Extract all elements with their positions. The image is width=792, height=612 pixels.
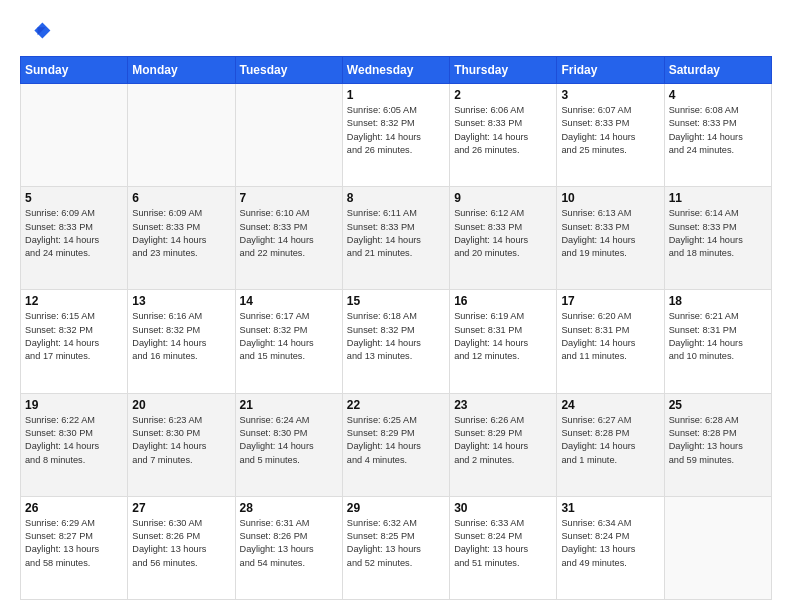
calendar-cell: 18Sunrise: 6:21 AM Sunset: 8:31 PM Dayli… (664, 290, 771, 393)
day-number: 21 (240, 398, 338, 412)
column-header-saturday: Saturday (664, 57, 771, 84)
calendar-cell (664, 496, 771, 599)
day-info: Sunrise: 6:30 AM Sunset: 8:26 PM Dayligh… (132, 517, 230, 570)
day-number: 19 (25, 398, 123, 412)
calendar-cell: 30Sunrise: 6:33 AM Sunset: 8:24 PM Dayli… (450, 496, 557, 599)
day-info: Sunrise: 6:10 AM Sunset: 8:33 PM Dayligh… (240, 207, 338, 260)
day-number: 4 (669, 88, 767, 102)
day-number: 10 (561, 191, 659, 205)
calendar-cell: 5Sunrise: 6:09 AM Sunset: 8:33 PM Daylig… (21, 187, 128, 290)
day-info: Sunrise: 6:16 AM Sunset: 8:32 PM Dayligh… (132, 310, 230, 363)
calendar-cell: 2Sunrise: 6:06 AM Sunset: 8:33 PM Daylig… (450, 84, 557, 187)
day-number: 16 (454, 294, 552, 308)
day-info: Sunrise: 6:07 AM Sunset: 8:33 PM Dayligh… (561, 104, 659, 157)
day-number: 14 (240, 294, 338, 308)
calendar-cell: 8Sunrise: 6:11 AM Sunset: 8:33 PM Daylig… (342, 187, 449, 290)
day-info: Sunrise: 6:20 AM Sunset: 8:31 PM Dayligh… (561, 310, 659, 363)
day-info: Sunrise: 6:06 AM Sunset: 8:33 PM Dayligh… (454, 104, 552, 157)
calendar-cell: 10Sunrise: 6:13 AM Sunset: 8:33 PM Dayli… (557, 187, 664, 290)
calendar-cell: 21Sunrise: 6:24 AM Sunset: 8:30 PM Dayli… (235, 393, 342, 496)
header (20, 16, 772, 48)
calendar-cell: 7Sunrise: 6:10 AM Sunset: 8:33 PM Daylig… (235, 187, 342, 290)
calendar-cell: 13Sunrise: 6:16 AM Sunset: 8:32 PM Dayli… (128, 290, 235, 393)
calendar-cell: 1Sunrise: 6:05 AM Sunset: 8:32 PM Daylig… (342, 84, 449, 187)
day-info: Sunrise: 6:18 AM Sunset: 8:32 PM Dayligh… (347, 310, 445, 363)
day-info: Sunrise: 6:24 AM Sunset: 8:30 PM Dayligh… (240, 414, 338, 467)
calendar-cell: 20Sunrise: 6:23 AM Sunset: 8:30 PM Dayli… (128, 393, 235, 496)
day-number: 27 (132, 501, 230, 515)
calendar-cell: 6Sunrise: 6:09 AM Sunset: 8:33 PM Daylig… (128, 187, 235, 290)
day-number: 3 (561, 88, 659, 102)
day-info: Sunrise: 6:13 AM Sunset: 8:33 PM Dayligh… (561, 207, 659, 260)
column-header-sunday: Sunday (21, 57, 128, 84)
day-number: 13 (132, 294, 230, 308)
calendar-cell: 12Sunrise: 6:15 AM Sunset: 8:32 PM Dayli… (21, 290, 128, 393)
day-info: Sunrise: 6:28 AM Sunset: 8:28 PM Dayligh… (669, 414, 767, 467)
day-info: Sunrise: 6:09 AM Sunset: 8:33 PM Dayligh… (25, 207, 123, 260)
column-header-thursday: Thursday (450, 57, 557, 84)
svg-marker-0 (34, 22, 50, 38)
calendar-cell (128, 84, 235, 187)
day-number: 17 (561, 294, 659, 308)
day-info: Sunrise: 6:31 AM Sunset: 8:26 PM Dayligh… (240, 517, 338, 570)
calendar-cell (235, 84, 342, 187)
day-number: 24 (561, 398, 659, 412)
day-info: Sunrise: 6:34 AM Sunset: 8:24 PM Dayligh… (561, 517, 659, 570)
calendar-cell: 3Sunrise: 6:07 AM Sunset: 8:33 PM Daylig… (557, 84, 664, 187)
calendar-cell (21, 84, 128, 187)
calendar-cell: 28Sunrise: 6:31 AM Sunset: 8:26 PM Dayli… (235, 496, 342, 599)
column-header-friday: Friday (557, 57, 664, 84)
day-number: 12 (25, 294, 123, 308)
day-number: 28 (240, 501, 338, 515)
logo-icon (20, 16, 52, 48)
day-info: Sunrise: 6:17 AM Sunset: 8:32 PM Dayligh… (240, 310, 338, 363)
logo (20, 16, 58, 48)
day-number: 23 (454, 398, 552, 412)
day-number: 29 (347, 501, 445, 515)
day-number: 25 (669, 398, 767, 412)
calendar-table: SundayMondayTuesdayWednesdayThursdayFrid… (20, 56, 772, 600)
calendar-week-row: 1Sunrise: 6:05 AM Sunset: 8:32 PM Daylig… (21, 84, 772, 187)
calendar-cell: 9Sunrise: 6:12 AM Sunset: 8:33 PM Daylig… (450, 187, 557, 290)
calendar-cell: 16Sunrise: 6:19 AM Sunset: 8:31 PM Dayli… (450, 290, 557, 393)
day-number: 6 (132, 191, 230, 205)
day-number: 22 (347, 398, 445, 412)
day-number: 7 (240, 191, 338, 205)
calendar-cell: 17Sunrise: 6:20 AM Sunset: 8:31 PM Dayli… (557, 290, 664, 393)
day-info: Sunrise: 6:15 AM Sunset: 8:32 PM Dayligh… (25, 310, 123, 363)
day-info: Sunrise: 6:09 AM Sunset: 8:33 PM Dayligh… (132, 207, 230, 260)
day-info: Sunrise: 6:11 AM Sunset: 8:33 PM Dayligh… (347, 207, 445, 260)
calendar-cell: 15Sunrise: 6:18 AM Sunset: 8:32 PM Dayli… (342, 290, 449, 393)
day-number: 2 (454, 88, 552, 102)
page: SundayMondayTuesdayWednesdayThursdayFrid… (0, 0, 792, 612)
day-info: Sunrise: 6:33 AM Sunset: 8:24 PM Dayligh… (454, 517, 552, 570)
calendar-cell: 11Sunrise: 6:14 AM Sunset: 8:33 PM Dayli… (664, 187, 771, 290)
calendar-week-row: 19Sunrise: 6:22 AM Sunset: 8:30 PM Dayli… (21, 393, 772, 496)
column-header-monday: Monday (128, 57, 235, 84)
day-info: Sunrise: 6:19 AM Sunset: 8:31 PM Dayligh… (454, 310, 552, 363)
day-number: 5 (25, 191, 123, 205)
calendar-cell: 25Sunrise: 6:28 AM Sunset: 8:28 PM Dayli… (664, 393, 771, 496)
calendar-cell: 31Sunrise: 6:34 AM Sunset: 8:24 PM Dayli… (557, 496, 664, 599)
day-info: Sunrise: 6:21 AM Sunset: 8:31 PM Dayligh… (669, 310, 767, 363)
calendar-cell: 4Sunrise: 6:08 AM Sunset: 8:33 PM Daylig… (664, 84, 771, 187)
day-number: 9 (454, 191, 552, 205)
calendar-cell: 23Sunrise: 6:26 AM Sunset: 8:29 PM Dayli… (450, 393, 557, 496)
day-number: 18 (669, 294, 767, 308)
day-info: Sunrise: 6:29 AM Sunset: 8:27 PM Dayligh… (25, 517, 123, 570)
day-number: 11 (669, 191, 767, 205)
day-number: 15 (347, 294, 445, 308)
day-number: 30 (454, 501, 552, 515)
calendar-cell: 29Sunrise: 6:32 AM Sunset: 8:25 PM Dayli… (342, 496, 449, 599)
column-header-wednesday: Wednesday (342, 57, 449, 84)
day-info: Sunrise: 6:26 AM Sunset: 8:29 PM Dayligh… (454, 414, 552, 467)
calendar-week-row: 5Sunrise: 6:09 AM Sunset: 8:33 PM Daylig… (21, 187, 772, 290)
calendar-cell: 14Sunrise: 6:17 AM Sunset: 8:32 PM Dayli… (235, 290, 342, 393)
day-number: 1 (347, 88, 445, 102)
day-info: Sunrise: 6:27 AM Sunset: 8:28 PM Dayligh… (561, 414, 659, 467)
calendar-cell: 27Sunrise: 6:30 AM Sunset: 8:26 PM Dayli… (128, 496, 235, 599)
day-info: Sunrise: 6:25 AM Sunset: 8:29 PM Dayligh… (347, 414, 445, 467)
day-info: Sunrise: 6:32 AM Sunset: 8:25 PM Dayligh… (347, 517, 445, 570)
day-info: Sunrise: 6:08 AM Sunset: 8:33 PM Dayligh… (669, 104, 767, 157)
column-header-tuesday: Tuesday (235, 57, 342, 84)
